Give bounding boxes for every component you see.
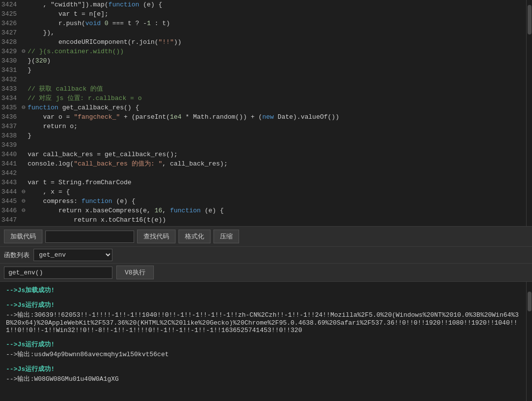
search-code-button[interactable]: 查找代码 [137, 230, 176, 243]
code-token: 1e4 [170, 113, 181, 121]
code-token: 16 [154, 207, 162, 214]
output-block: -->Js运行成功!-->输出:30639!!62053!!-1!!!!-1!!… [6, 301, 524, 334]
code-line: 3432 [0, 75, 532, 84]
output-area: -->Js加载成功!-->Js运行成功!-->输出:30639!!62053!!… [0, 282, 532, 401]
code-line: 3437 return o; [0, 122, 532, 131]
code-token [101, 20, 105, 27]
editor-scrollbar[interactable] [526, 0, 532, 226]
fold-placeholder [22, 0, 28, 9]
code-line: 3446⊖ return x.baseCompress(e, 16, funct… [0, 206, 532, 215]
code-token: var o = [28, 113, 74, 121]
editor-scrollbar-thumb[interactable] [528, 5, 532, 34]
code-token: r.push( [28, 20, 85, 27]
line-content [22, 168, 532, 178]
fold-placeholder [22, 122, 28, 131]
fold-icon[interactable]: ⊖ [22, 197, 28, 206]
format-button[interactable]: 格式化 [178, 230, 211, 243]
line-content: } [22, 131, 532, 140]
output-text-line: -->输出:usdw94p9bwnn86avecmqhy1wl50kvt56ce… [6, 350, 524, 359]
line-content: } [22, 66, 532, 75]
line-content: var call_back_res = get_callback_res(); [22, 150, 532, 159]
line-number: 3426 [0, 19, 22, 28]
fold-placeholder [22, 150, 28, 159]
output-success-line: -->Js运行成功! [6, 340, 524, 349]
fold-placeholder [22, 19, 28, 28]
exec-row: V8执行 [0, 264, 532, 282]
code-token: var call_back_res = get_callback_res(); [28, 151, 177, 158]
code-token: } [28, 67, 32, 74]
code-line: 3440 var call_back_res = get_callback_re… [0, 150, 532, 159]
fold-placeholder [22, 37, 28, 47]
code-token: return o; [28, 123, 77, 130]
line-content [22, 75, 532, 84]
output-block: -->Js运行成功!-->输出:W08GW08GMu01u40W0A1gXG [6, 365, 524, 383]
code-editor: 3424 , "cwidth"]).map(function (e) {3425… [0, 0, 532, 227]
code-token: , "cwidth"]).map( [28, 1, 108, 8]
code-token: function [81, 198, 112, 205]
fold-placeholder [22, 131, 28, 140]
output-scrollbar[interactable] [526, 282, 532, 401]
code-token: (e) { [112, 198, 136, 205]
line-content: r.push(void 0 === t ? -1 : t) [22, 19, 532, 28]
fold-icon[interactable]: ⊖ [22, 187, 28, 197]
code-token: } [28, 132, 32, 139]
code-token: void [85, 20, 101, 27]
code-token: console.log( [28, 160, 74, 167]
line-content: encodeURIComponent(r.join("!!")) [22, 37, 532, 47]
line-number: 3427 [0, 28, 22, 37]
line-number: 3424 [0, 0, 22, 9]
output-success-line: -->Js运行成功! [6, 365, 524, 373]
code-line: 3424 , "cwidth"]).map(function (e) { [0, 0, 532, 9]
code-token: new [262, 113, 274, 121]
line-number: 3440 [0, 150, 22, 159]
v8-exec-button[interactable]: V8执行 [116, 266, 154, 279]
compress-button[interactable]: 压缩 [213, 230, 239, 243]
code-token: return x.toChart16(t(e)) [28, 216, 166, 224]
code-token: function [170, 207, 201, 214]
code-token: + (parseInt( [120, 113, 170, 121]
code-token: 320 [35, 57, 47, 65]
line-number: 3428 [0, 37, 22, 47]
code-line: 3441 console.log("call_back_res 的值为: ", … [0, 159, 532, 168]
code-token: var t = String.fromCharCode [28, 179, 132, 186]
fold-icon[interactable]: ⊖ [22, 103, 28, 112]
line-number: 3444 [0, 187, 22, 197]
func-list-label: 函数列表 [4, 251, 30, 260]
line-content: return x.toChart16(t(e)) [22, 215, 532, 225]
line-number: 3442 [0, 168, 22, 178]
fold-icon[interactable]: ⊖ [22, 47, 28, 56]
code-line: 3431 } [0, 66, 532, 75]
line-number: 3437 [0, 122, 22, 131]
fold-placeholder [22, 159, 28, 168]
code-token: 0 [105, 20, 108, 27]
code-token: , call_back_res); [162, 160, 228, 167]
code-token: , [162, 207, 170, 214]
line-content: ⊖ return x.baseCompress(e, 16, function … [22, 206, 532, 215]
code-token: )) [174, 38, 181, 46]
line-number: 3435 [0, 103, 22, 112]
line-content: var o = "fangcheck_" + (parseInt(1e4 * M… [22, 112, 532, 122]
line-number: 3425 [0, 9, 22, 19]
code-line: 3445⊖ compress: function (e) { [0, 197, 532, 206]
fold-placeholder [22, 66, 28, 75]
code-line: 3447 return x.toChart16(t(e)) [0, 215, 532, 225]
code-line: 3429⊖// }(s.container.width()) [0, 47, 532, 56]
fold-icon[interactable]: ⊖ [22, 206, 28, 215]
code-token: ) [47, 57, 51, 65]
fold-placeholder [22, 94, 28, 103]
fold-placeholder [22, 56, 28, 66]
code-token: }), [28, 29, 55, 36]
func-select[interactable]: get_env [34, 249, 112, 261]
exec-input[interactable] [4, 267, 112, 279]
output-success-line: -->Js加载成功! [6, 286, 524, 295]
code-token: compress: [28, 198, 81, 205]
line-number: 3443 [0, 178, 22, 187]
code-line: 3442 [0, 168, 532, 178]
load-code-button[interactable]: 加载代码 [4, 230, 42, 243]
output-scrollbar-thumb[interactable] [528, 292, 532, 311]
line-number: 3429 [0, 47, 22, 56]
line-number: 3430 [0, 56, 22, 66]
code-token: }) [28, 226, 66, 226]
code-token: === t ? - [108, 20, 147, 27]
search-input[interactable] [45, 231, 134, 243]
